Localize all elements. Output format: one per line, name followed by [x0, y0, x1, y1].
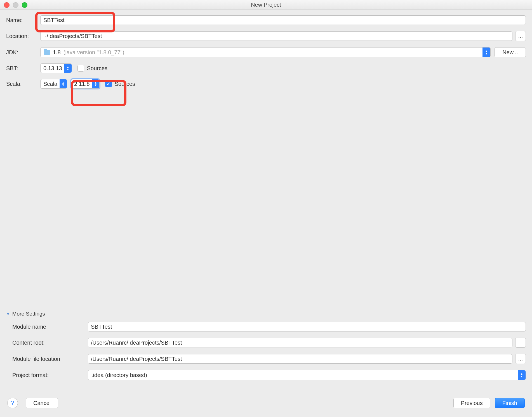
- divider: [50, 314, 526, 314]
- module-name-row: Module name: SBTTest: [6, 322, 526, 331]
- close-window-icon[interactable]: [4, 2, 10, 8]
- location-browse-button[interactable]: …: [515, 31, 526, 41]
- scala-version-value: 2.11.8: [71, 81, 92, 87]
- traffic-lights: [4, 2, 27, 8]
- cancel-button[interactable]: Cancel: [26, 398, 58, 408]
- location-label: Location:: [6, 33, 40, 39]
- scala-sources-checkbox[interactable]: [105, 80, 112, 87]
- location-input[interactable]: ~/IdeaProjects/SBTTest: [40, 31, 512, 41]
- jdk-version: 1.8: [53, 49, 61, 56]
- jdk-detail: (java version "1.8.0_77"): [63, 49, 124, 56]
- module-file-location-browse-button[interactable]: …: [515, 354, 526, 364]
- module-file-location-label: Module file location:: [12, 356, 88, 362]
- minimize-window-icon: [13, 2, 18, 8]
- jdk-row: JDK: 1.8 (java version "1.8.0_77") ▲▼ Ne…: [6, 47, 526, 57]
- help-button[interactable]: ?: [7, 398, 18, 408]
- content-root-row: Content root: /Users/Ruanrc/IdeaProjects…: [6, 338, 526, 348]
- previous-button[interactable]: Previous: [453, 398, 490, 408]
- titlebar: New Project: [0, 0, 532, 10]
- project-format-row: Project format: .idea (directory based) …: [6, 370, 526, 380]
- more-settings-label: More Settings: [12, 311, 45, 317]
- more-settings-toggle[interactable]: ▼ More Settings: [6, 311, 526, 317]
- content-root-browse-button[interactable]: …: [515, 338, 526, 348]
- scala-version-select[interactable]: 2.11.8 ▲▼: [71, 79, 100, 89]
- chevron-updown-icon: ▲▼: [60, 79, 67, 88]
- module-name-input[interactable]: SBTTest: [88, 322, 526, 331]
- module-file-location-row: Module file location: /Users/Ruanrc/Idea…: [6, 354, 526, 364]
- name-label: Name:: [6, 17, 40, 23]
- content-root-label: Content root:: [12, 340, 88, 346]
- jdk-new-button[interactable]: New...: [495, 47, 526, 57]
- module-file-location-input[interactable]: /Users/Ruanrc/IdeaProjects/SBTTest: [88, 354, 512, 364]
- chevron-updown-icon: ▲▼: [64, 64, 72, 73]
- chevron-updown-icon: ▲▼: [92, 79, 99, 88]
- dialog-footer: ? Cancel Previous Finish: [0, 389, 532, 417]
- form-area: Name: SBTTest Location: ~/IdeaProjects/S…: [0, 10, 532, 89]
- scala-label: Scala:: [6, 81, 40, 87]
- content-root-input[interactable]: /Users/Ruanrc/IdeaProjects/SBTTest: [88, 338, 512, 347]
- chevron-updown-icon: ▲▼: [518, 370, 526, 380]
- more-settings-section: ▼ More Settings Module name: SBTTest Con…: [0, 311, 532, 386]
- location-row: Location: ~/IdeaProjects/SBTTest …: [6, 31, 526, 41]
- zoom-window-icon[interactable]: [22, 2, 27, 8]
- sbt-version-value: 0.13.13: [41, 65, 64, 72]
- scala-platform-select[interactable]: Scala ▲▼: [40, 79, 67, 89]
- scala-row: Scala: Scala ▲▼ 2.11.8 ▲▼ Sources: [6, 79, 526, 89]
- name-row: Name: SBTTest: [6, 15, 526, 25]
- scala-platform-value: Scala: [41, 81, 60, 87]
- module-name-label: Module name:: [12, 324, 88, 330]
- name-input[interactable]: SBTTest: [40, 15, 526, 25]
- sbt-sources-label: Sources: [87, 65, 107, 72]
- window-title: New Project: [251, 2, 281, 8]
- sbt-version-select[interactable]: 0.13.13 ▲▼: [40, 63, 72, 73]
- chevron-updown-icon: ▲▼: [482, 48, 490, 57]
- sbt-row: SBT: 0.13.13 ▲▼ Sources: [6, 63, 526, 73]
- new-project-dialog: New Project Name: SBTTest Location: ~/Id…: [0, 0, 532, 417]
- jdk-folder-icon: [44, 50, 50, 55]
- project-format-value: .idea (directory based): [88, 372, 518, 378]
- finish-button[interactable]: Finish: [495, 398, 525, 408]
- sbt-sources-checkbox[interactable]: [77, 65, 84, 72]
- project-format-label: Project format:: [12, 372, 88, 378]
- scala-sources-label: Sources: [115, 81, 135, 87]
- jdk-label: JDK:: [6, 49, 40, 56]
- sbt-label: SBT:: [6, 65, 40, 72]
- disclosure-triangle-icon: ▼: [6, 312, 10, 316]
- project-format-select[interactable]: .idea (directory based) ▲▼: [88, 370, 526, 380]
- jdk-select[interactable]: 1.8 (java version "1.8.0_77") ▲▼: [40, 47, 491, 57]
